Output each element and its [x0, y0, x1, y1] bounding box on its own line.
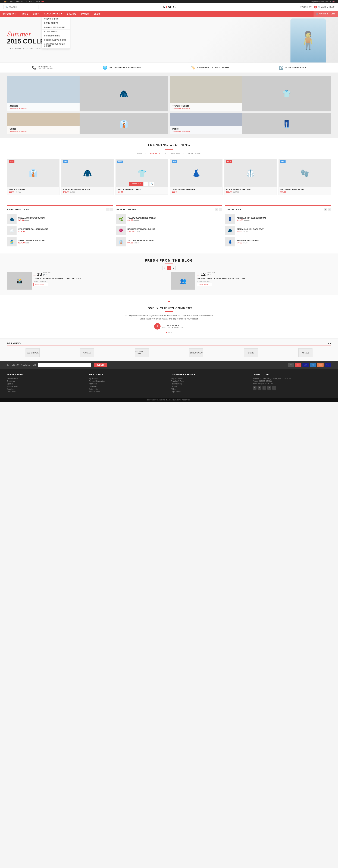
- tab-new[interactable]: NEW: [137, 152, 142, 155]
- top-seller-prev[interactable]: ‹: [324, 208, 327, 211]
- nav-category[interactable]: CATEGORY ≡: [0, 11, 19, 17]
- blog-post-emoji-0: 📸: [17, 278, 23, 284]
- dropdown-check-shirts[interactable]: Check Shirts: [42, 17, 70, 21]
- youtube-icon[interactable]: ▶: [272, 386, 276, 390]
- newsletter-bar: ✉ SIGNUP NEWSLETTER SUBMIT PP MC VISA AE…: [0, 361, 338, 369]
- dot-1[interactable]: [166, 332, 167, 333]
- footer-vouchers[interactable]: Your Vouchers: [89, 391, 167, 393]
- footer-suppliers[interactable]: Suppliers: [7, 388, 85, 390]
- nav-accessories[interactable]: ACCESSORIES ▾ Check Shirts Denim Shirts …: [42, 11, 65, 17]
- currency-selector[interactable]: USD ▾: [326, 1, 331, 3]
- footer-top-seller[interactable]: Top Seller: [7, 380, 85, 382]
- footer-new-products[interactable]: New Products: [7, 378, 85, 379]
- dropdown-short-sleeve[interactable]: Short Sleeve Shirts: [42, 38, 70, 42]
- top-seller-next[interactable]: ›: [328, 208, 331, 211]
- nav-pages[interactable]: PAGES: [79, 11, 91, 17]
- main-nav: CATEGORY ≡ HOME SHOP ACCESSORIES ▾ Check…: [0, 11, 338, 17]
- nav-blog[interactable]: BLOG: [91, 11, 103, 17]
- footer-our-stores[interactable]: Our Stores: [7, 391, 85, 393]
- footer-special[interactable]: Special: [7, 383, 85, 385]
- footer-my-account-link[interactable]: My Account: [89, 378, 167, 379]
- category-pants: Pants Show More Products › 👖: [170, 113, 331, 134]
- author-role: DIRECTOR OF SAMPLE LTD.: [162, 327, 184, 328]
- product-info-5: FULL HAND DENIM JACKET $50.00: [279, 187, 331, 194]
- footer-personal-info[interactable]: Personal Information: [89, 380, 167, 382]
- dropdown-plain-shirts[interactable]: Plain Shirts: [42, 30, 70, 34]
- nav-cart[interactable]: 🛒 CART: 3 ITEMS: [313, 11, 338, 17]
- jackets-link[interactable]: Show More Products ›: [9, 107, 27, 110]
- featured-next[interactable]: ›: [110, 208, 113, 211]
- footer-addresses[interactable]: Addresses: [89, 383, 167, 385]
- pants-link[interactable]: Show More Products ›: [172, 130, 190, 132]
- tab-top-rated[interactable]: TOP RATED: [150, 152, 161, 155]
- cart-link[interactable]: 3 🛒 CART: 3 ITEMS: [314, 6, 335, 8]
- top-seller-item-0: 👖 PIERS FASHION BLUE JEAN COAT $100.00$1…: [225, 214, 331, 224]
- footer-manufacturers[interactable]: Manufacturers: [7, 385, 85, 388]
- special-offer-col: SPECIAL OFFER ‹ › 🌿 YELLOW CLOVER ROSE J…: [116, 206, 222, 248]
- special-prev[interactable]: ‹: [215, 208, 218, 211]
- product-card-2: NEW 👕 + ADD TO CART ♡ 🔍 V-NECK MEN BLUE …: [116, 159, 168, 195]
- flag-icon[interactable]: 🇺🇸: [332, 1, 335, 3]
- wishlist-btn[interactable]: ♡: [144, 182, 148, 186]
- featured-prev[interactable]: ‹: [105, 208, 109, 211]
- branding-nav-arrows: ‹ ›: [328, 342, 331, 345]
- paypal-icon: PP: [288, 363, 294, 367]
- blog-page-2[interactable]: 2: [172, 266, 176, 270]
- facebook-icon[interactable]: f: [253, 386, 256, 390]
- newsletter-input[interactable]: [38, 363, 91, 367]
- feature-return: ↩️ 14-DAY RETURN POLICY: [279, 65, 306, 70]
- footer-information: INFORMATION New Products Top Seller Spec…: [7, 373, 85, 394]
- tab-trending[interactable]: TRENDING: [170, 152, 180, 155]
- trending-header: TRENDING CLOTHING: [7, 143, 331, 148]
- nav-home[interactable]: HOME: [19, 11, 31, 17]
- featured-info-2: SUPER CLOVER ROBS JACKET $134.00$185.44: [18, 240, 45, 244]
- dot-3[interactable]: [171, 332, 172, 333]
- footer-order-history[interactable]: Order History: [89, 388, 167, 390]
- branding-prev[interactable]: ‹: [328, 342, 329, 345]
- special-info-2: VINY CHECKED CASUAL SHIRT $90.00$100.00: [127, 240, 154, 244]
- footer-legal[interactable]: Legal Notice: [171, 391, 249, 393]
- blog-btn-0[interactable]: View Post →: [33, 283, 48, 286]
- quote-icon: ❝: [7, 300, 331, 305]
- shipping-text: 🚚 GET FREE! SHIPPING ON ORDER OVER: [3, 1, 40, 3]
- dropdown-shortsleeve-denim[interactable]: Shortsleeve Denim Shirts: [42, 42, 70, 49]
- linkedin-icon[interactable]: in: [268, 386, 271, 390]
- footer-careers[interactable]: Careers: [171, 385, 249, 388]
- newsletter-submit[interactable]: SUBMIT: [94, 363, 107, 367]
- special-next[interactable]: ›: [219, 208, 222, 211]
- blog-btn-1[interactable]: View Post →: [197, 283, 212, 286]
- twitter-icon[interactable]: t: [257, 386, 262, 390]
- zoom-btn[interactable]: 🔍: [149, 182, 154, 186]
- tab-best-offer[interactable]: BEST OFFER: [188, 152, 201, 155]
- search-wrap[interactable]: 🔍: [3, 5, 39, 9]
- dropdown-long-sleeve[interactable]: Long Sleeve Shirts: [42, 25, 70, 30]
- blog-prev[interactable]: ‹: [162, 266, 166, 270]
- brand-2[interactable]: SIZES BY IT&WO: [135, 348, 149, 357]
- tshirts-link[interactable]: Show More Products ›: [172, 107, 190, 110]
- footer-returns[interactable]: Returns Policy: [171, 383, 249, 385]
- login-register-link[interactable]: Login / Register: [311, 1, 324, 3]
- brand-0[interactable]: OLD VINTAGE: [26, 348, 40, 357]
- footer-my-account: MY ACCOUNT My Account Personal Informati…: [89, 373, 167, 394]
- footer-help-contact[interactable]: Help & Contact: [171, 378, 249, 379]
- nav-shop[interactable]: SHOP: [31, 11, 42, 17]
- footer-shipping-taxes[interactable]: Shipping & Taxes: [171, 380, 249, 382]
- brand-5[interactable]: VINTAGE: [298, 348, 312, 357]
- brand-4[interactable]: BRAND: [244, 348, 258, 357]
- branding-next[interactable]: ›: [330, 342, 331, 345]
- googleplus-icon[interactable]: g+: [263, 386, 266, 390]
- footer-discounts[interactable]: Discounts: [89, 385, 167, 388]
- brand-1[interactable]: Vintage: [80, 348, 94, 357]
- nav-brands[interactable]: BRANDS: [65, 11, 79, 17]
- dot-2[interactable]: [168, 332, 170, 333]
- footer-affiliate[interactable]: Affiliate: [171, 388, 249, 390]
- add-to-cart-btn[interactable]: + ADD TO CART: [129, 182, 143, 186]
- shirts-link[interactable]: Show More Products ›: [9, 130, 27, 132]
- brand-3[interactable]: LOREM IPSUM: [189, 348, 203, 357]
- search-input[interactable]: [9, 6, 37, 8]
- blog-date-0: — 13 APRIL 2015 💬 13: [33, 272, 167, 277]
- dropdown-printed-shirts[interactable]: Printed Shirts: [42, 34, 70, 38]
- blog-page-1[interactable]: 1: [167, 266, 171, 270]
- dropdown-denim-shirts[interactable]: Denim Shirts: [42, 21, 70, 25]
- wishlist-link[interactable]: ♡ WISHLIST: [300, 6, 311, 8]
